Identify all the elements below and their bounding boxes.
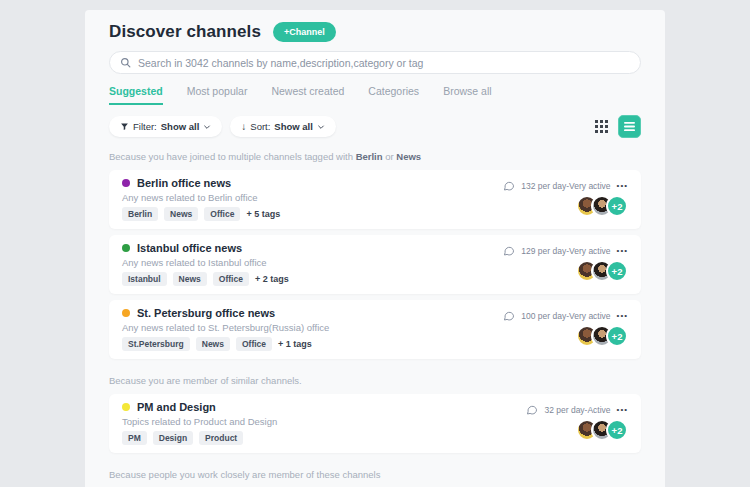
search-input[interactable] <box>138 57 630 69</box>
member-overflow-badge[interactable]: +2 <box>606 195 628 217</box>
member-avatars: +2 <box>576 195 628 217</box>
more-tags-label[interactable]: + 2 tags <box>255 274 289 284</box>
channel-tag[interactable]: Office <box>236 337 272 351</box>
tab-bar: Suggested Most popular Newest created Ca… <box>109 85 641 105</box>
sort-value: Show all <box>274 121 313 132</box>
list-view-button[interactable] <box>618 115 641 138</box>
header: Discover channels +Channel <box>109 22 641 42</box>
chevron-down-icon <box>203 123 211 131</box>
discover-channels-panel: Discover channels +Channel Suggested Mos… <box>85 10 665 487</box>
channel-description: Any news related to Istanbul office <box>122 257 289 268</box>
tab-categories[interactable]: Categories <box>368 85 419 105</box>
channel-description: Any news related to St. Petersburg(Russi… <box>122 322 329 333</box>
chevron-down-icon <box>317 123 325 131</box>
channel-tag[interactable]: St.Petersburg <box>122 337 190 351</box>
tab-browse-all[interactable]: Browse all <box>443 85 491 105</box>
add-channel-button[interactable]: +Channel <box>273 22 336 42</box>
channel-tag[interactable]: Istanbul <box>122 272 167 286</box>
channel-card-pm-and-design[interactable]: PM and Design Topics related to Product … <box>109 394 641 453</box>
sort-label: Sort: <box>250 121 270 132</box>
message-bubble-icon <box>503 310 515 322</box>
member-overflow-badge[interactable]: +2 <box>606 419 628 441</box>
member-overflow-badge[interactable]: +2 <box>606 260 628 282</box>
sort-dropdown[interactable]: ↓ Sort: Show all <box>230 116 336 137</box>
filter-dropdown[interactable]: Filter: Show all <box>109 116 222 137</box>
channel-status-dot <box>122 309 130 317</box>
search-icon <box>120 57 131 68</box>
channel-tag[interactable]: News <box>173 272 207 286</box>
channel-tag[interactable]: News <box>196 337 230 351</box>
channel-tag[interactable]: News <box>164 207 198 221</box>
filter-value: Show all <box>161 121 200 132</box>
channel-tag[interactable]: Office <box>204 207 240 221</box>
channel-status-dot <box>122 244 130 252</box>
channel-name: PM and Design <box>137 401 216 413</box>
filter-label: Filter: <box>133 121 157 132</box>
channel-name: Berlin office news <box>137 177 231 189</box>
member-avatars: +2 <box>576 260 628 282</box>
more-tags-label[interactable]: + 5 tags <box>246 209 280 219</box>
member-avatars: +2 <box>576 325 628 347</box>
activity-label: 32 per day-Active <box>544 405 610 415</box>
tab-most-popular[interactable]: Most popular <box>187 85 248 105</box>
channel-tag[interactable]: Product <box>199 431 243 445</box>
member-overflow-badge[interactable]: +2 <box>606 325 628 347</box>
grid-icon <box>595 120 608 133</box>
section-reason: Because you have joined to multiple chan… <box>109 151 641 162</box>
toolbar: Filter: Show all ↓ Sort: Show all <box>109 115 641 138</box>
channel-tag[interactable]: Berlin <box>122 207 158 221</box>
funnel-icon <box>120 122 129 131</box>
channel-card-st-petersburg-office-news[interactable]: St. Petersburg office news Any news rela… <box>109 300 641 359</box>
more-options-button[interactable]: ••• <box>617 247 628 255</box>
channel-card-berlin-office-news[interactable]: Berlin office news Any news related to B… <box>109 170 641 229</box>
more-options-button[interactable]: ••• <box>617 406 628 414</box>
channel-name: Istanbul office news <box>137 242 242 254</box>
tab-suggested[interactable]: Suggested <box>109 85 163 105</box>
more-options-button[interactable]: ••• <box>617 312 628 320</box>
message-bubble-icon <box>526 404 538 416</box>
more-tags-label[interactable]: + 1 tags <box>278 339 312 349</box>
message-bubble-icon <box>503 180 515 192</box>
channel-status-dot <box>122 179 130 187</box>
section-reason: Because people you work closely are memb… <box>109 469 641 480</box>
channel-name: St. Petersburg office news <box>137 307 275 319</box>
list-icon <box>624 121 635 132</box>
channel-card-istanbul-office-news[interactable]: Istanbul office news Any news related to… <box>109 235 641 294</box>
more-options-button[interactable]: ••• <box>617 182 628 190</box>
channel-tag[interactable]: Office <box>213 272 249 286</box>
page-title: Discover channels <box>109 22 261 42</box>
activity-label: 129 per day-Very active <box>521 246 610 256</box>
activity-label: 100 per day-Very active <box>521 311 610 321</box>
channel-status-dot <box>122 403 130 411</box>
tab-newest-created[interactable]: Newest created <box>271 85 344 105</box>
activity-label: 132 per day-Very active <box>521 181 610 191</box>
channel-tag[interactable]: Design <box>153 431 193 445</box>
member-avatars: +2 <box>576 419 628 441</box>
channel-description: Topics related to Product and Design <box>122 416 277 427</box>
channel-description: Any news related to Berlin office <box>122 192 280 203</box>
channel-tag[interactable]: PM <box>122 431 147 445</box>
grid-view-button[interactable] <box>593 118 610 135</box>
section-reason: Because you are member of similar channe… <box>109 375 641 386</box>
message-bubble-icon <box>503 245 515 257</box>
arrow-down-icon: ↓ <box>241 121 246 132</box>
search-bar[interactable] <box>109 51 641 74</box>
